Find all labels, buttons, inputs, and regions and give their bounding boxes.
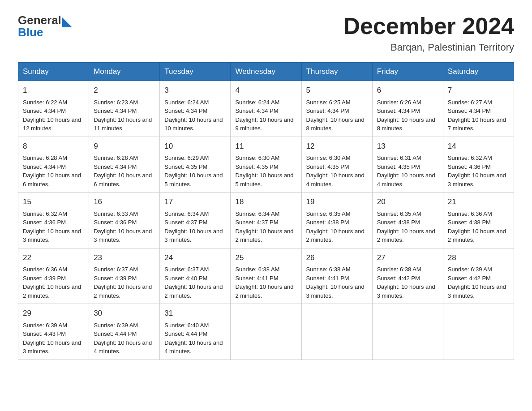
calendar-cell: 22Sunrise: 6:36 AMSunset: 4:39 PMDayligh… bbox=[18, 248, 89, 304]
sunrise-text: Sunrise: 6:32 AM bbox=[448, 154, 492, 161]
daylight-text: Daylight: 10 hours and 2 minutes. bbox=[235, 228, 293, 244]
sunrise-text: Sunrise: 6:25 AM bbox=[306, 99, 351, 106]
calendar-cell bbox=[301, 304, 372, 360]
sunrise-text: Sunrise: 6:37 AM bbox=[164, 266, 209, 273]
calendar-cell: 14Sunrise: 6:32 AMSunset: 4:36 PMDayligh… bbox=[443, 137, 514, 193]
header-row: SundayMondayTuesdayWednesdayThursdayFrid… bbox=[18, 63, 514, 81]
day-number: 4 bbox=[235, 85, 296, 96]
day-number: 20 bbox=[377, 196, 438, 208]
daylight-text: Daylight: 10 hours and 6 minutes. bbox=[94, 172, 152, 188]
day-number: 7 bbox=[448, 85, 509, 96]
day-number: 22 bbox=[23, 252, 84, 264]
calendar-cell: 13Sunrise: 6:31 AMSunset: 4:35 PMDayligh… bbox=[372, 137, 443, 193]
title-block: December 2024 Barqan, Palestinian Territ… bbox=[343, 13, 514, 53]
calendar-cell: 25Sunrise: 6:38 AMSunset: 4:41 PMDayligh… bbox=[231, 248, 301, 304]
sunrise-text: Sunrise: 6:29 AM bbox=[164, 154, 209, 161]
sunset-text: Sunset: 4:40 PM bbox=[164, 275, 207, 282]
daylight-text: Daylight: 10 hours and 2 minutes. bbox=[23, 283, 81, 299]
sunset-text: Sunset: 4:34 PM bbox=[377, 107, 420, 114]
sunset-text: Sunset: 4:36 PM bbox=[94, 219, 137, 226]
daylight-text: Daylight: 10 hours and 3 minutes. bbox=[448, 172, 506, 188]
calendar-cell: 19Sunrise: 6:35 AMSunset: 4:38 PMDayligh… bbox=[301, 193, 372, 248]
calendar-cell: 9Sunrise: 6:28 AMSunset: 4:34 PMDaylight… bbox=[89, 137, 160, 193]
daylight-text: Daylight: 10 hours and 11 minutes. bbox=[94, 116, 152, 132]
daylight-text: Daylight: 10 hours and 3 minutes. bbox=[94, 228, 152, 244]
daylight-text: Daylight: 10 hours and 3 minutes. bbox=[306, 283, 365, 299]
day-number: 6 bbox=[377, 85, 438, 96]
day-number: 16 bbox=[94, 196, 155, 208]
day-number: 23 bbox=[94, 252, 155, 264]
daylight-text: Daylight: 10 hours and 4 minutes. bbox=[377, 172, 435, 188]
calendar-cell: 29Sunrise: 6:39 AMSunset: 4:43 PMDayligh… bbox=[18, 304, 89, 360]
day-number: 14 bbox=[448, 141, 509, 152]
daylight-text: Daylight: 10 hours and 5 minutes. bbox=[164, 172, 223, 188]
day-header-thursday: Thursday bbox=[301, 63, 372, 81]
daylight-text: Daylight: 10 hours and 8 minutes. bbox=[306, 116, 365, 132]
sunrise-text: Sunrise: 6:38 AM bbox=[235, 266, 279, 273]
day-number: 21 bbox=[448, 196, 509, 208]
day-number: 8 bbox=[23, 141, 84, 152]
day-number: 9 bbox=[94, 141, 155, 152]
sunset-text: Sunset: 4:43 PM bbox=[23, 330, 66, 337]
calendar-cell: 3Sunrise: 6:24 AMSunset: 4:34 PMDaylight… bbox=[160, 81, 231, 137]
day-header-tuesday: Tuesday bbox=[160, 63, 231, 81]
sunset-text: Sunset: 4:41 PM bbox=[235, 275, 278, 282]
sunrise-text: Sunrise: 6:24 AM bbox=[235, 99, 279, 106]
sunset-text: Sunset: 4:39 PM bbox=[23, 275, 66, 282]
daylight-text: Daylight: 10 hours and 9 minutes. bbox=[235, 116, 293, 132]
daylight-text: Daylight: 10 hours and 4 minutes. bbox=[306, 172, 365, 188]
day-number: 13 bbox=[377, 141, 438, 152]
day-number: 18 bbox=[235, 196, 296, 208]
sunrise-text: Sunrise: 6:34 AM bbox=[164, 210, 209, 217]
daylight-text: Daylight: 10 hours and 7 minutes. bbox=[448, 116, 506, 132]
sunset-text: Sunset: 4:36 PM bbox=[23, 219, 66, 226]
sunset-text: Sunset: 4:34 PM bbox=[235, 107, 278, 114]
day-header-saturday: Saturday bbox=[443, 63, 514, 81]
day-number: 25 bbox=[235, 252, 296, 264]
calendar-cell: 15Sunrise: 6:32 AMSunset: 4:36 PMDayligh… bbox=[18, 193, 89, 248]
daylight-text: Daylight: 10 hours and 10 minutes. bbox=[164, 116, 223, 132]
daylight-text: Daylight: 10 hours and 5 minutes. bbox=[235, 172, 293, 188]
calendar-cell: 31Sunrise: 6:40 AMSunset: 4:44 PMDayligh… bbox=[160, 304, 231, 360]
day-number: 5 bbox=[306, 85, 368, 96]
calendar-cell: 4Sunrise: 6:24 AMSunset: 4:34 PMDaylight… bbox=[231, 81, 301, 137]
sunset-text: Sunset: 4:42 PM bbox=[448, 275, 491, 282]
calendar-cell: 20Sunrise: 6:35 AMSunset: 4:38 PMDayligh… bbox=[372, 193, 443, 248]
sunset-text: Sunset: 4:38 PM bbox=[377, 219, 420, 226]
logo: General Blue bbox=[18, 13, 72, 39]
sunset-text: Sunset: 4:44 PM bbox=[94, 330, 137, 337]
sunset-text: Sunset: 4:34 PM bbox=[448, 107, 491, 114]
day-header-wednesday: Wednesday bbox=[231, 63, 301, 81]
sunset-text: Sunset: 4:34 PM bbox=[94, 107, 137, 114]
sunrise-text: Sunrise: 6:38 AM bbox=[306, 266, 351, 273]
week-row-1: 1Sunrise: 6:22 AMSunset: 4:34 PMDaylight… bbox=[18, 81, 514, 137]
day-number: 30 bbox=[94, 308, 155, 319]
sunrise-text: Sunrise: 6:39 AM bbox=[23, 322, 67, 329]
calendar-cell: 11Sunrise: 6:30 AMSunset: 4:35 PMDayligh… bbox=[231, 137, 301, 193]
day-number: 19 bbox=[306, 196, 368, 208]
daylight-text: Daylight: 10 hours and 2 minutes. bbox=[94, 283, 152, 299]
sunrise-text: Sunrise: 6:22 AM bbox=[23, 99, 67, 106]
sunset-text: Sunset: 4:36 PM bbox=[448, 163, 491, 170]
svg-marker-0 bbox=[62, 17, 72, 27]
sunrise-text: Sunrise: 6:26 AM bbox=[377, 99, 421, 106]
day-number: 24 bbox=[164, 252, 226, 264]
calendar-cell bbox=[372, 304, 443, 360]
calendar-cell: 7Sunrise: 6:27 AMSunset: 4:34 PMDaylight… bbox=[443, 81, 514, 137]
day-number: 10 bbox=[164, 141, 226, 152]
day-number: 31 bbox=[164, 308, 226, 319]
calendar-cell: 1Sunrise: 6:22 AMSunset: 4:34 PMDaylight… bbox=[18, 81, 89, 137]
sunrise-text: Sunrise: 6:24 AM bbox=[164, 99, 209, 106]
calendar-cell: 17Sunrise: 6:34 AMSunset: 4:37 PMDayligh… bbox=[160, 193, 231, 248]
daylight-text: Daylight: 10 hours and 3 minutes. bbox=[448, 283, 506, 299]
calendar-cell: 24Sunrise: 6:37 AMSunset: 4:40 PMDayligh… bbox=[160, 248, 231, 304]
calendar-cell: 6Sunrise: 6:26 AMSunset: 4:34 PMDaylight… bbox=[372, 81, 443, 137]
calendar-cell: 8Sunrise: 6:28 AMSunset: 4:34 PMDaylight… bbox=[18, 137, 89, 193]
daylight-text: Daylight: 10 hours and 4 minutes. bbox=[164, 339, 223, 355]
week-row-4: 22Sunrise: 6:36 AMSunset: 4:39 PMDayligh… bbox=[18, 248, 514, 304]
day-number: 29 bbox=[23, 308, 84, 319]
sunrise-text: Sunrise: 6:30 AM bbox=[235, 154, 279, 161]
sunrise-text: Sunrise: 6:36 AM bbox=[448, 210, 492, 217]
sunrise-text: Sunrise: 6:38 AM bbox=[377, 266, 421, 273]
sunset-text: Sunset: 4:34 PM bbox=[94, 163, 137, 170]
